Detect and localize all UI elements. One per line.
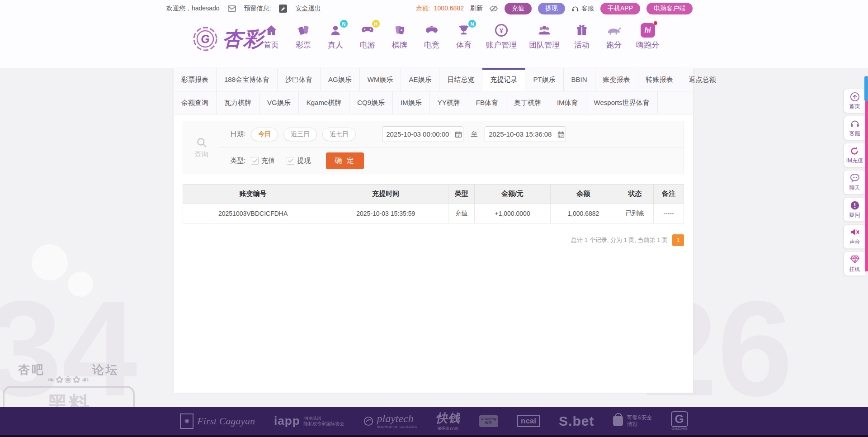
tab-ag[interactable]: AG娱乐 bbox=[321, 68, 360, 91]
tab-zhuanzhang-baobiao[interactable]: 转账报表 bbox=[638, 68, 681, 91]
quick-7days-button[interactable]: 近七日 bbox=[322, 128, 356, 141]
tab-yy-qipai[interactable]: YY棋牌 bbox=[430, 91, 468, 114]
tab-im-yule[interactable]: IM娱乐 bbox=[393, 91, 430, 114]
badge-n: N bbox=[468, 20, 476, 28]
badge-n: N bbox=[340, 20, 348, 28]
float-question-button[interactable]: 疑问 bbox=[844, 197, 865, 222]
calendar-icon[interactable] bbox=[455, 131, 462, 138]
watermark-left-text: 杏吧 bbox=[18, 362, 45, 378]
page-1-button[interactable]: 1 bbox=[672, 234, 684, 246]
tab-kgame[interactable]: Kgame棋牌 bbox=[299, 91, 350, 114]
float-home-button[interactable]: 首页 bbox=[844, 89, 865, 113]
mobile-app-button[interactable]: 手机APP bbox=[600, 3, 640, 14]
mail-icon[interactable] bbox=[228, 5, 236, 12]
tab-shaba-sport[interactable]: 沙巴体育 bbox=[278, 68, 321, 91]
logout-link[interactable]: 安全退出 bbox=[295, 5, 321, 13]
scrollbar-thumb[interactable] bbox=[864, 76, 868, 101]
refresh-balance-link[interactable]: 刷新 bbox=[470, 5, 483, 13]
cell-record-time: 2025-10-03 15:35:59 bbox=[323, 204, 448, 223]
edit-reserved-icon[interactable] bbox=[279, 5, 287, 13]
watermark-right-text: 论坛 bbox=[92, 362, 119, 378]
tickets-icon bbox=[296, 23, 311, 38]
customer-service-link[interactable]: 客服 bbox=[571, 5, 594, 13]
float-idle-button[interactable]: 挂机 bbox=[844, 252, 865, 276]
type-recharge-checkbox[interactable]: 充值 bbox=[251, 157, 275, 165]
tab-fb-sport[interactable]: FB体育 bbox=[468, 91, 506, 114]
float-sound-button[interactable]: 声音 bbox=[844, 224, 865, 249]
tab-zhangbian-baobiao[interactable]: 账变报表 bbox=[595, 68, 638, 91]
playtech-swirl-icon bbox=[363, 416, 373, 426]
nav-item-account[interactable]: ¥ 账户管理 bbox=[486, 23, 517, 50]
nav-item-paofen[interactable]: 跑分 bbox=[604, 23, 624, 50]
withdraw-button[interactable]: 提现 bbox=[538, 3, 565, 14]
content-card: 彩票报表 188金宝博体育 沙巴体育 AG娱乐 WM娱乐 AE娱乐 日结总览 充… bbox=[174, 68, 693, 393]
site-logo[interactable]: G 杏彩 bbox=[192, 25, 264, 52]
live-person-icon: N bbox=[328, 23, 343, 38]
nav-label: 体育 bbox=[456, 40, 472, 50]
tab-im-sport[interactable]: IM体育 bbox=[549, 91, 586, 114]
logo-text: ncai bbox=[517, 415, 540, 427]
cell-record-status: 已到账 bbox=[616, 204, 654, 223]
pc-client-button[interactable]: 电脑客户端 bbox=[646, 3, 693, 14]
tab-yue-chaxun[interactable]: 余额查询 bbox=[174, 91, 217, 114]
tab-wali-qipai[interactable]: 瓦力棋牌 bbox=[217, 91, 259, 114]
confirm-button[interactable]: 确 定 bbox=[326, 152, 364, 169]
tab-wm[interactable]: WM娱乐 bbox=[360, 68, 401, 91]
nav-label: 嗨跑分 bbox=[636, 40, 659, 50]
nav-item-slots[interactable]: H 电游 bbox=[358, 23, 377, 50]
nav-item-esports[interactable]: 电竞 bbox=[422, 23, 442, 50]
quick-today-button[interactable]: 今日 bbox=[251, 128, 278, 141]
tab-pt[interactable]: PT娱乐 bbox=[525, 68, 563, 91]
tab-vg[interactable]: VG娱乐 bbox=[259, 91, 299, 114]
main-header: G 杏彩 首页 彩票 N 真人 H 电游 bbox=[0, 17, 868, 68]
tab-wesports[interactable]: Wesports世界体育 bbox=[586, 91, 658, 114]
nav-item-boardgames[interactable]: 棋牌 bbox=[390, 23, 410, 50]
nav-item-home[interactable]: 首页 bbox=[261, 23, 281, 50]
date-to-input[interactable] bbox=[489, 130, 555, 138]
nav-item-lottery[interactable]: 彩票 bbox=[293, 23, 313, 50]
balance: 余额: 1000.6882 bbox=[416, 5, 464, 13]
float-item-label: 疑问 bbox=[849, 211, 860, 219]
float-im-recharge-button[interactable]: IM充值 bbox=[844, 143, 865, 167]
type-filter-row: 类型: 充值 提现 确 定 bbox=[220, 148, 684, 174]
date-filter-row: 日期: 今日 近三日 近七日 至 bbox=[220, 121, 684, 148]
tab-rijie-zonglan[interactable]: 日结总览 bbox=[439, 68, 482, 91]
nav-item-hi-paofen[interactable]: hi 嗨跑分 bbox=[636, 23, 659, 50]
nav-item-sports[interactable]: N 体育 bbox=[454, 23, 474, 50]
date-from-input-wrap bbox=[382, 126, 463, 142]
query-label: 查询 bbox=[195, 150, 208, 159]
calendar-icon[interactable] bbox=[557, 131, 565, 138]
eye-off-icon[interactable] bbox=[489, 5, 498, 12]
headset-icon bbox=[571, 5, 579, 12]
logo-text: iapp bbox=[274, 414, 300, 428]
tab-ae[interactable]: AE娱乐 bbox=[401, 68, 439, 91]
tab-fandian-zonge[interactable]: 返点总额 bbox=[681, 68, 724, 91]
tab-aoding-qipai[interactable]: 奥丁棋牌 bbox=[506, 91, 549, 114]
float-item-label: 挂机 bbox=[849, 266, 860, 273]
tab-188-sport[interactable]: 188金宝博体育 bbox=[217, 68, 278, 91]
logo-99bill: 快钱 99Bill.com bbox=[436, 410, 460, 432]
recharge-button[interactable]: 充值 bbox=[505, 3, 532, 14]
float-chat-button[interactable]: 聊天 bbox=[844, 170, 865, 195]
page: 34 26 杏吧 论坛 ❧✿❀✿☙ 黑料26.com 欢迎您，hadesado … bbox=[0, 0, 868, 437]
float-service-button[interactable]: 客服 bbox=[844, 116, 865, 140]
tab-cq9[interactable]: CQ9娱乐 bbox=[349, 91, 393, 114]
chat-bubble-icon bbox=[850, 173, 860, 183]
rhino-icon bbox=[606, 23, 622, 38]
gamepad-icon: H bbox=[360, 23, 375, 38]
type-withdraw-checkbox[interactable]: 提现 bbox=[287, 157, 311, 165]
date-to-input-wrap bbox=[485, 126, 566, 142]
esports-gamepad-icon bbox=[424, 23, 439, 38]
date-from-input[interactable] bbox=[386, 130, 452, 138]
nav-item-team[interactable]: 团队管理 bbox=[529, 23, 560, 50]
float-menu: 首页 客服 IM充值 聊天 疑问 声音 挂机 bbox=[844, 89, 865, 276]
quick-3days-button[interactable]: 近三日 bbox=[283, 128, 317, 141]
cell-record-remark: ----- bbox=[654, 204, 684, 223]
tab-bbin[interactable]: BBIN bbox=[564, 68, 595, 91]
date-to-label: 至 bbox=[471, 130, 477, 138]
tab-caipiao-baobiao[interactable]: 彩票报表 bbox=[174, 68, 217, 91]
nav-item-live[interactable]: N 真人 bbox=[326, 23, 345, 50]
tab-chongti-jilu-active[interactable]: 充提记录 bbox=[482, 68, 525, 91]
float-item-label: 客服 bbox=[849, 130, 860, 138]
nav-item-promotions[interactable]: 活动 bbox=[572, 23, 592, 50]
